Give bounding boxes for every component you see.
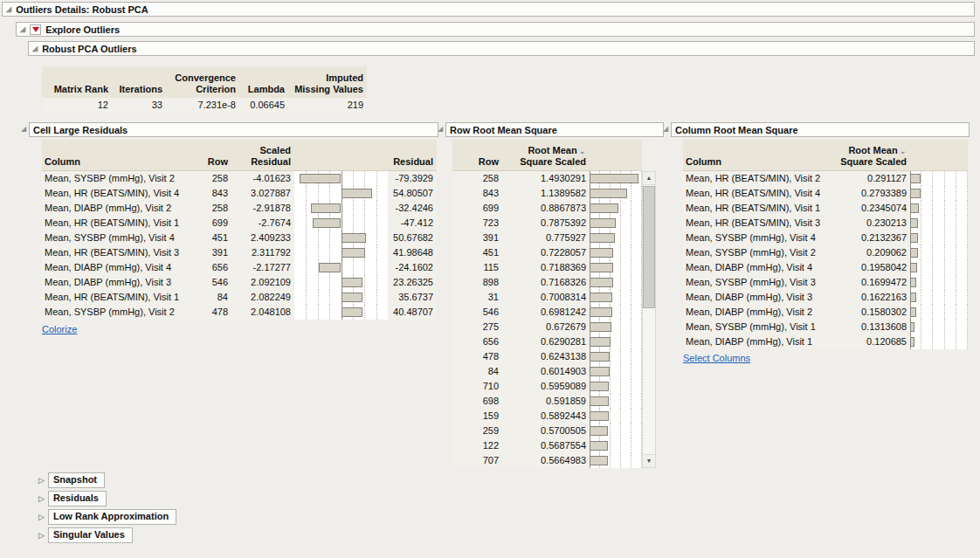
outline-header-outliers-details[interactable]: ◢ Outliers Details: Robust PCA: [2, 2, 975, 17]
table-row[interactable]: 7230.7875392: [452, 216, 642, 231]
table-row[interactable]: 310.7008314: [452, 290, 642, 305]
row-number-cell: 258: [195, 171, 231, 186]
disclosure-collapsed-icon[interactable]: ▷: [38, 476, 45, 485]
disclosure-collapsed-icon[interactable]: ▷: [38, 531, 45, 540]
table-row[interactable]: Mean, HR (BEATS/MIN), Visit 40.2793389: [683, 186, 968, 201]
gridline: [376, 231, 377, 245]
column-header-rms-scaled[interactable]: Root Mean⌄ Square Scaled: [827, 140, 910, 170]
rms-bar: [590, 367, 610, 376]
disclosure-collapsed-icon[interactable]: ▷: [38, 513, 45, 521]
gridline: [932, 201, 933, 216]
table-row[interactable]: Mean, HR (BEATS/MIN), Visit 1842.0822493…: [42, 290, 437, 305]
table-row[interactable]: Mean, DIABP (mmHg), Visit 2258-2.91878-3…: [42, 201, 437, 216]
select-columns-link[interactable]: Select Columns: [683, 353, 750, 363]
collapsed-section-header[interactable]: Singular Values: [48, 527, 133, 543]
window-title: Outliers Details: Robust PCA: [16, 4, 148, 15]
table-row[interactable]: 3910.775927: [452, 231, 642, 245]
table-row[interactable]: 4780.6243138: [452, 349, 642, 364]
residual-bar: [342, 233, 367, 243]
table-row[interactable]: 7100.5959089: [452, 379, 642, 394]
scroll-up-arrow[interactable]: ▲: [643, 172, 655, 185]
table-row[interactable]: 1150.7188369: [452, 260, 642, 275]
gridline: [376, 275, 377, 290]
colorize-link[interactable]: Colorize: [42, 324, 77, 334]
disclosure-expanded-icon[interactable]: ◢: [20, 26, 25, 33]
scrollbar-thumb[interactable]: [643, 186, 655, 308]
table-row[interactable]: Mean, DIABP (mmHg), Visit 40.1958042: [683, 260, 968, 275]
table-row[interactable]: Mean, SYSBP (mmHg), Visit 20.209062: [683, 245, 968, 260]
collapsed-section-header[interactable]: Snapshot: [48, 472, 105, 488]
table-row[interactable]: 4510.7228057: [452, 245, 642, 260]
gridline: [932, 275, 933, 290]
table-row[interactable]: Mean, HR (BEATS/MIN), Visit 10.2345074: [683, 201, 968, 216]
table-row[interactable]: 1590.5892443: [452, 409, 642, 424]
column-header-rms-scaled[interactable]: Root Mean⌄ Square Scaled: [502, 140, 590, 170]
disclosure-expanded-icon[interactable]: ◢: [6, 6, 11, 13]
table-row[interactable]: 8431.1389582: [452, 186, 642, 201]
table-body: Mean, SYSBP (mmHg), Visit 2258-4.01623-7…: [42, 171, 437, 320]
collapsed-section-header[interactable]: Residuals: [48, 491, 107, 506]
disclosure-expanded-icon[interactable]: ◢: [438, 126, 443, 133]
table-row[interactable]: 6990.8867873: [452, 201, 642, 216]
rms-value-cell: 0.5959089: [502, 379, 590, 394]
scroll-down-arrow[interactable]: ▼: [643, 454, 655, 467]
table-row[interactable]: 6560.6290281: [452, 334, 642, 349]
table-row[interactable]: Mean, HR (BEATS/MIN), Visit 30.230213: [683, 216, 968, 231]
bar-chart-cell: [590, 171, 642, 186]
table-row[interactable]: Mean, DIABP (mmHg), Visit 20.1580302: [683, 305, 968, 320]
vertical-scrollbar[interactable]: ▲ ▼: [642, 171, 656, 468]
outline-header-robust-pca-outliers[interactable]: ◢ Robust PCA Outliers: [28, 41, 975, 56]
disclosure-expanded-icon[interactable]: ◢: [663, 126, 668, 133]
gridline: [956, 171, 956, 186]
red-triangle-menu-button[interactable]: [30, 24, 41, 35]
disclosure-expanded-icon[interactable]: ◢: [21, 126, 26, 133]
row-number-cell: 710: [452, 379, 502, 394]
table-row[interactable]: Mean, SYSBP (mmHg), Visit 2258-4.01623-7…: [42, 171, 437, 186]
row-rms-table: Row Root Mean⌄ Square Scaled 2581.493029…: [452, 140, 642, 468]
table-row[interactable]: Mean, HR (BEATS/MIN), Visit 20.291127: [683, 171, 968, 186]
table-row[interactable]: 2590.5700505: [452, 424, 642, 438]
gridline: [944, 216, 945, 231]
gridline: [921, 216, 921, 231]
table-row[interactable]: 8980.7168326: [452, 275, 642, 290]
table-row[interactable]: Mean, SYSBP (mmHg), Visit 30.1699472: [683, 275, 968, 290]
disclosure-collapsed-icon[interactable]: ▷: [38, 494, 45, 503]
table-row[interactable]: Mean, DIABP (mmHg), Visit 35462.09210923…: [42, 275, 437, 290]
table-row[interactable]: 840.6014903: [452, 364, 642, 379]
table-row[interactable]: 2750.672679: [452, 320, 642, 334]
bar-chart-cell: [910, 201, 968, 216]
disclosure-expanded-icon[interactable]: ◢: [32, 45, 38, 52]
table-row[interactable]: Mean, SYSBP (mmHg), Visit 10.1313608: [683, 320, 968, 334]
table-row[interactable]: Mean, SYSBP (mmHg), Visit 44512.40923350…: [42, 231, 437, 245]
outline-header-row-root-mean-square[interactable]: Row Root Mean Square: [445, 122, 664, 137]
table-row[interactable]: Mean, SYSBP (mmHg), Visit 24782.04810840…: [42, 305, 437, 320]
table-row[interactable]: 2581.4930291: [452, 171, 642, 186]
rms-bar: [910, 203, 919, 213]
table-row[interactable]: Mean, DIABP (mmHg), Visit 10.120685: [683, 334, 968, 349]
gridline: [921, 305, 921, 320]
table-row[interactable]: 1220.5687554: [452, 438, 642, 453]
table-row[interactable]: Mean, HR (BEATS/MIN), Visit 1699-2.7674-…: [42, 216, 437, 231]
table-row[interactable]: Mean, DIABP (mmHg), Visit 4656-2.17277-2…: [42, 260, 437, 275]
gridline: [631, 349, 631, 364]
residual-cell: -47.412: [388, 216, 437, 231]
outline-header-column-root-mean-square[interactable]: Column Root Mean Square: [671, 122, 970, 137]
panel-title-cell-large-residuals: Cell Large Residuals: [33, 125, 128, 135]
outline-header-explore-outliers[interactable]: ◢ Explore Outliers: [16, 22, 975, 37]
rms-bar: [910, 307, 916, 317]
table-row[interactable]: 7070.5664983: [452, 453, 642, 468]
table-row[interactable]: Mean, SYSBP (mmHg), Visit 40.2132367: [683, 231, 968, 245]
residual-bar: [342, 248, 365, 258]
table-row[interactable]: Mean, DIABP (mmHg), Visit 30.1622163: [683, 290, 968, 305]
table-row[interactable]: Mean, HR (BEATS/MIN), Visit 33912.311792…: [42, 245, 437, 260]
gridline: [932, 290, 933, 305]
table-row[interactable]: 5460.6981242: [452, 305, 642, 320]
table-row[interactable]: Mean, HR (BEATS/MIN), Visit 48433.027887…: [42, 186, 437, 201]
sort-caret-icon: ⌄: [579, 146, 586, 155]
gridline: [376, 305, 377, 320]
outline-header-cell-large-residuals[interactable]: Cell Large Residuals: [29, 122, 438, 137]
gridline: [921, 231, 921, 245]
collapsed-section-header[interactable]: Low Rank Approximation: [48, 509, 176, 525]
table-body: 2581.49302918431.13895826990.88678737230…: [452, 171, 642, 468]
table-row[interactable]: 6980.591859: [452, 394, 642, 409]
